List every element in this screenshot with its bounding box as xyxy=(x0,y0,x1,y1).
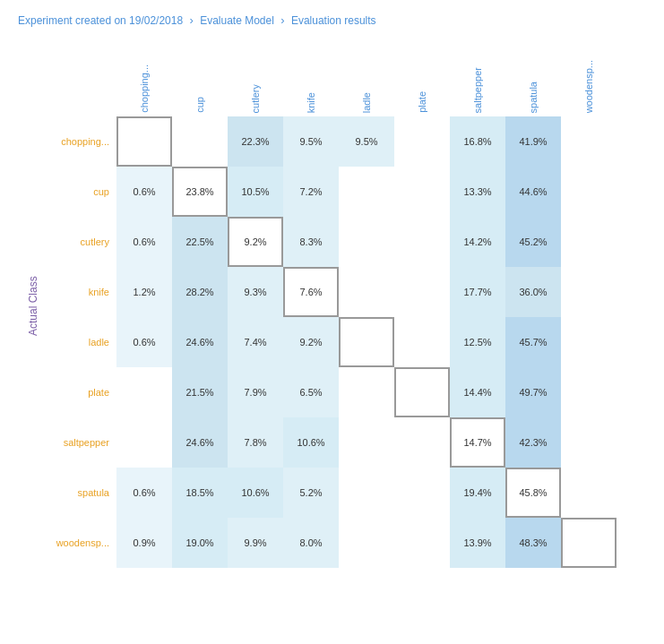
breadcrumb-part3: Evaluation results xyxy=(291,14,376,27)
col-header-5: plate xyxy=(394,45,450,116)
cell-7-0: 0.6% xyxy=(116,468,172,518)
col-header-text-8: woodensp... xyxy=(583,60,594,113)
col-header-2: cutlery xyxy=(228,45,283,116)
col-headers: chopping...cupcutleryknifeladleplatesalt… xyxy=(116,45,617,116)
row-label-0: chopping... xyxy=(45,116,116,167)
row-labels: chopping...cupcutleryknifeladleplatesalt… xyxy=(45,116,116,568)
cell-4-1: 24.6% xyxy=(172,317,228,367)
matrix-row-0: 22.3%9.5%9.5%16.8%41.9% xyxy=(116,116,617,167)
row-label-3: knife xyxy=(45,267,116,317)
cell-0-6: 16.8% xyxy=(450,116,505,167)
cell-3-4 xyxy=(339,267,394,317)
col-header-7: spatula xyxy=(505,45,561,116)
col-header-4: ladle xyxy=(339,45,394,116)
cell-3-2: 9.3% xyxy=(228,267,283,317)
col-header-text-3: knife xyxy=(306,92,316,113)
cell-2-0: 0.6% xyxy=(116,217,172,267)
cell-0-4: 9.5% xyxy=(339,116,394,167)
cell-6-3: 10.6% xyxy=(283,417,339,468)
cell-5-8 xyxy=(561,367,617,417)
cell-4-8 xyxy=(561,317,617,367)
confusion-matrix: Actual Class chopping...cupcutleryknifel… xyxy=(27,45,646,568)
cell-3-3: 7.6% xyxy=(283,267,339,317)
cell-1-8 xyxy=(561,167,617,217)
cell-1-5 xyxy=(394,167,450,217)
cell-5-4 xyxy=(339,367,394,417)
row-label-5: plate xyxy=(45,367,116,417)
cell-0-2: 22.3% xyxy=(228,116,283,167)
cell-4-3: 9.2% xyxy=(283,317,339,367)
cell-7-2: 10.6% xyxy=(228,468,283,518)
cell-1-7: 44.6% xyxy=(505,167,561,217)
col-header-text-7: spatula xyxy=(528,82,539,113)
cell-5-7: 49.7% xyxy=(505,367,561,417)
cell-8-2: 9.9% xyxy=(228,518,283,568)
cell-3-0: 1.2% xyxy=(116,267,172,317)
col-header-text-0: chopping... xyxy=(139,64,150,113)
cell-6-2: 7.8% xyxy=(228,417,283,468)
cell-8-6: 13.9% xyxy=(450,518,505,568)
cell-4-6: 12.5% xyxy=(450,317,505,367)
cell-6-5 xyxy=(394,417,450,468)
cell-0-7: 41.9% xyxy=(505,116,561,167)
cell-5-1: 21.5% xyxy=(172,367,228,417)
cell-0-1 xyxy=(172,116,228,167)
matrix-row-1: 0.6%23.8%10.5%7.2%13.3%44.6% xyxy=(116,167,617,217)
matrix-row-2: 0.6%22.5%9.2%8.3%14.2%45.2% xyxy=(116,217,617,267)
cell-3-7: 36.0% xyxy=(505,267,561,317)
breadcrumb-part2: Evaluate Model xyxy=(200,14,274,27)
col-header-text-4: ladle xyxy=(361,92,372,113)
cell-4-2: 7.4% xyxy=(228,317,283,367)
cell-6-8 xyxy=(561,417,617,468)
cell-7-7: 45.8% xyxy=(505,468,561,518)
cell-2-8 xyxy=(561,217,617,267)
cell-6-4 xyxy=(339,417,394,468)
cell-2-3: 8.3% xyxy=(283,217,339,267)
cell-5-0 xyxy=(116,367,172,417)
cell-4-4 xyxy=(339,317,394,367)
matrix-row-8: 0.9%19.0%9.9%8.0%13.9%48.3% xyxy=(116,518,617,568)
cell-5-5 xyxy=(394,367,450,417)
cell-8-3: 8.0% xyxy=(283,518,339,568)
cell-2-5 xyxy=(394,217,450,267)
breadcrumb-sep1: › xyxy=(189,13,193,27)
cell-1-6: 13.3% xyxy=(450,167,505,217)
cell-4-7: 45.7% xyxy=(505,317,561,367)
matrix-body: chopping...cupcutleryknifeladleplatesalt… xyxy=(45,116,617,568)
cell-2-2: 9.2% xyxy=(228,217,283,267)
cell-8-8 xyxy=(561,518,617,568)
cell-7-6: 19.4% xyxy=(450,468,505,518)
cell-7-1: 18.5% xyxy=(172,468,228,518)
cell-8-5 xyxy=(394,518,450,568)
cell-8-7: 48.3% xyxy=(505,518,561,568)
breadcrumb: Experiment created on 19/02/2018 › Evalu… xyxy=(18,13,646,27)
col-header-1: cup xyxy=(172,45,228,116)
cell-6-1: 24.6% xyxy=(172,417,228,468)
cell-0-8 xyxy=(561,116,617,167)
matrix-row-3: 1.2%28.2%9.3%7.6%17.7%36.0% xyxy=(116,267,617,317)
cell-6-7: 42.3% xyxy=(505,417,561,468)
cell-1-3: 7.2% xyxy=(283,167,339,217)
cell-4-0: 0.6% xyxy=(116,317,172,367)
row-label-2: cutlery xyxy=(45,217,116,267)
cell-3-6: 17.7% xyxy=(450,267,505,317)
cell-1-0: 0.6% xyxy=(116,167,172,217)
breadcrumb-sep2: › xyxy=(280,13,284,27)
cell-1-2: 10.5% xyxy=(228,167,283,217)
matrix-row-4: 0.6%24.6%7.4%9.2%12.5%45.7% xyxy=(116,317,617,367)
col-header-text-6: saltpepper xyxy=(472,67,483,113)
col-header-8: woodensp... xyxy=(561,45,617,116)
cell-7-3: 5.2% xyxy=(283,468,339,518)
row-label-1: cup xyxy=(45,167,116,217)
row-label-8: woodensp... xyxy=(45,518,116,568)
cell-2-1: 22.5% xyxy=(172,217,228,267)
cell-4-5 xyxy=(394,317,450,367)
col-header-text-1: cup xyxy=(194,97,205,113)
y-axis-label: Actual Class xyxy=(27,82,39,530)
cell-7-4 xyxy=(339,468,394,518)
cell-3-5 xyxy=(394,267,450,317)
cell-0-5 xyxy=(394,116,450,167)
cell-6-6: 14.7% xyxy=(450,417,505,468)
row-label-6: saltpepper xyxy=(45,417,116,468)
cell-1-4 xyxy=(339,167,394,217)
